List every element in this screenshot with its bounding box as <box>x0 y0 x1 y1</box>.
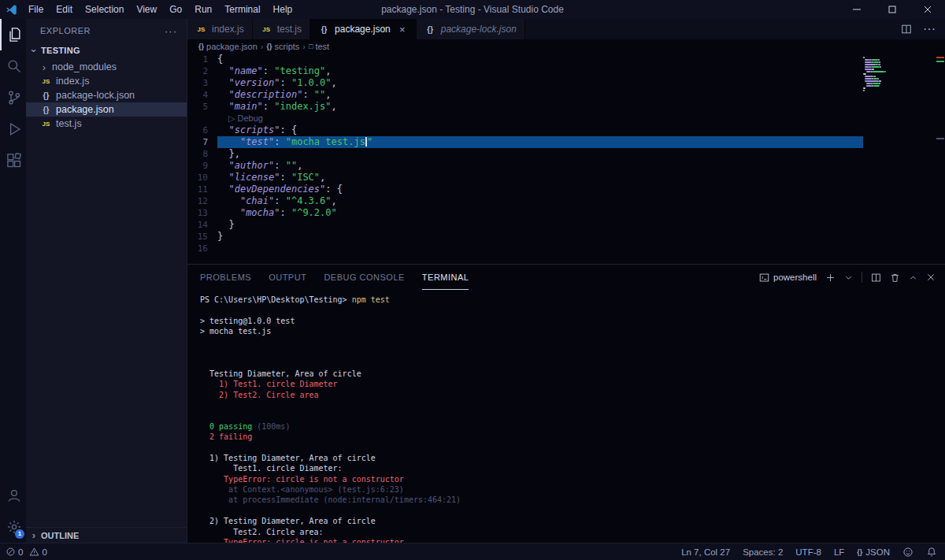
panel-tab-terminal[interactable]: TERMINAL <box>422 265 469 290</box>
breadcrumb-item-package-json[interactable]: {}package.json <box>198 42 258 51</box>
menu-view[interactable]: View <box>130 0 163 19</box>
code-text: "author": "", <box>217 160 863 172</box>
status-lf[interactable]: LF <box>834 547 844 557</box>
split-terminal-icon[interactable] <box>871 273 881 283</box>
status-utf-8[interactable]: UTF-8 <box>795 547 821 557</box>
shell-selector[interactable]: powershell <box>759 273 817 283</box>
code-text: "name": "testing", <box>217 65 863 77</box>
menu-go[interactable]: Go <box>163 0 188 19</box>
close-window-icon[interactable] <box>910 0 945 19</box>
code-line-8[interactable]: 8 }, <box>187 148 863 160</box>
minimize-icon[interactable] <box>839 0 874 19</box>
more-actions-icon[interactable]: ··· <box>923 22 936 36</box>
tab-bar: JSindex.jsJStest.js{}package.json×{}pack… <box>187 19 945 39</box>
status-ln-7-col-27[interactable]: Ln 7, Col 27 <box>681 547 730 557</box>
breadcrumb-item-scripts[interactable]: {}scripts <box>267 42 300 51</box>
code-line-6[interactable]: 6 "scripts": { <box>187 124 863 136</box>
code-text: "version": "1.0.0", <box>217 77 863 89</box>
folder-section-header[interactable]: › TESTING <box>26 43 187 58</box>
code-line-13[interactable]: 13 "mocha": "^9.2.0" <box>187 207 863 219</box>
file-item-package-lock-json[interactable]: {}package-lock.json <box>26 88 187 102</box>
run-debug-icon[interactable] <box>0 113 26 145</box>
file-item-index-js[interactable]: JSindex.js <box>26 74 187 88</box>
explorer-more-actions-icon[interactable]: ··· <box>165 25 177 37</box>
extensions-icon[interactable] <box>0 145 26 176</box>
code-line-12[interactable]: 12 "chai": "^4.3.6", <box>187 195 863 207</box>
code-line-2[interactable]: 2 "name": "testing", <box>187 65 863 77</box>
menu-edit[interactable]: Edit <box>50 0 79 19</box>
problems-status[interactable]: 0 0 <box>6 547 51 557</box>
breadcrumb-label: package.json <box>206 42 258 51</box>
new-terminal-icon[interactable] <box>825 273 836 283</box>
code-text: "description": "", <box>217 89 863 101</box>
code-line-3[interactable]: 3 "version": "1.0.0", <box>187 77 863 89</box>
chevron-right-icon: › <box>30 530 38 540</box>
code-line-16[interactable]: 16 <box>187 243 863 254</box>
code-line-15[interactable]: 15} <box>187 231 863 243</box>
terminal[interactable]: PS C:\Users\HP\Desktop\Testing> npm test… <box>187 290 945 543</box>
account-icon[interactable] <box>0 480 26 511</box>
file-item-test-js[interactable]: JStest.js <box>26 117 187 131</box>
tab-index-js[interactable]: JSindex.js <box>187 19 253 39</box>
code-text: "chai": "^4.3.6", <box>217 195 863 207</box>
terminal-dropdown-chevron-icon[interactable] <box>844 273 853 282</box>
code-line-9[interactable]: 9 "author": "", <box>187 160 863 172</box>
tabs: JSindex.jsJStest.js{}package.json×{}pack… <box>187 19 525 39</box>
panel-tab-output[interactable]: OUTPUT <box>269 265 306 290</box>
panel-tab-problems[interactable]: PROBLEMS <box>200 265 251 290</box>
source-control-icon[interactable] <box>0 82 26 113</box>
terminal-line: > testing@1.0.0 test <box>200 316 945 326</box>
line-number: 9 <box>187 160 217 172</box>
minimap[interactable] <box>863 57 934 95</box>
code-text: } <box>217 219 863 231</box>
settings-gear-icon[interactable]: 1 <box>0 511 26 543</box>
panel-tabs: PROBLEMSOUTPUTDEBUG CONSOLETERMINAL <box>200 265 486 290</box>
terminal-line: TypeError: circle is not a constructor <box>200 537 945 543</box>
menu-run[interactable]: Run <box>188 0 218 19</box>
menu-file[interactable]: File <box>22 0 50 19</box>
breadcrumb-label: test <box>315 42 329 51</box>
file-item-node-modules[interactable]: ›node_modules <box>26 60 187 74</box>
terminal-line: Test2. Circle area: <box>200 527 945 537</box>
terminal-line <box>200 400 945 410</box>
status-spaces-2[interactable]: Spaces: 2 <box>743 547 783 557</box>
breadcrumb-item-test[interactable]: □test <box>309 42 329 51</box>
maximize-panel-icon[interactable] <box>909 273 917 282</box>
breadcrumb-separator: › <box>261 42 264 51</box>
code-text: "devDependencies": { <box>217 184 863 195</box>
feedback-smiley-icon[interactable] <box>902 547 914 558</box>
panel-actions: powershell <box>759 272 936 283</box>
status-json[interactable]: {}JSON <box>857 547 890 557</box>
close-panel-icon[interactable] <box>926 273 936 282</box>
explorer-icon[interactable] <box>0 19 26 50</box>
menu-selection[interactable]: Selection <box>79 0 130 19</box>
code-line-11[interactable]: 11 "devDependencies": { <box>187 184 863 195</box>
code-editor[interactable]: 1{2 "name": "testing",3 "version": "1.0.… <box>187 54 945 264</box>
file-label: index.js <box>56 76 89 87</box>
code-line-4[interactable]: 4 "description": "", <box>187 89 863 101</box>
file-item-package-json[interactable]: {}package.json <box>26 102 187 117</box>
codelens-debug-link[interactable]: ▷ Debug <box>228 113 263 123</box>
menu-help[interactable]: Help <box>267 0 299 19</box>
code-line-10[interactable]: 10 "license": "ISC", <box>187 172 863 184</box>
terminal-line: Test1. circle Diameter: <box>200 463 945 473</box>
tab-test-js[interactable]: JStest.js <box>253 19 310 39</box>
split-editor-icon[interactable] <box>901 24 912 35</box>
code-line-5[interactable]: 5 "main": "index.js", <box>187 101 863 113</box>
code-line-14[interactable]: 14 } <box>187 219 863 231</box>
menu-bar: FileEditSelectionViewGoRunTerminalHelp <box>22 0 298 19</box>
code-line-7[interactable]: 7 "test": "mocha test.js" <box>187 136 863 148</box>
code-line-1[interactable]: 1{ <box>187 54 863 65</box>
maximize-icon[interactable] <box>874 0 910 19</box>
outline-section[interactable]: › OUTLINE <box>26 527 187 543</box>
panel-tab-debug-console[interactable]: DEBUG CONSOLE <box>324 265 404 290</box>
kill-terminal-icon[interactable] <box>890 273 900 283</box>
line-number: 8 <box>187 148 217 160</box>
tab-package-lock-json[interactable]: {}package-lock.json <box>417 19 525 39</box>
tab-package-json[interactable]: {}package.json× <box>310 19 417 39</box>
search-icon[interactable] <box>0 50 26 82</box>
menu-terminal[interactable]: Terminal <box>218 0 266 19</box>
close-tab-icon[interactable]: × <box>397 24 408 35</box>
terminal-line <box>200 337 945 347</box>
notifications-bell-icon[interactable] <box>926 547 937 558</box>
